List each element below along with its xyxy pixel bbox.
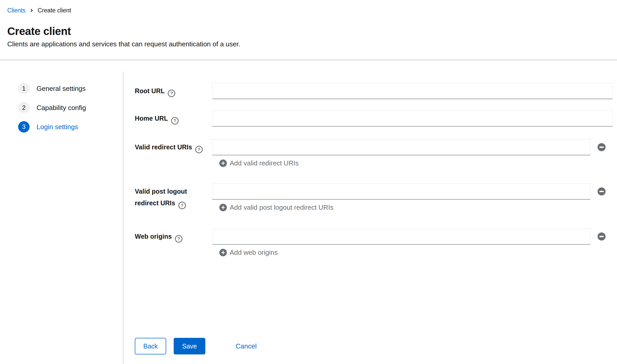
form-row-root-url: Root URL? — [135, 83, 613, 99]
step-label: Capability config — [37, 104, 86, 112]
help-icon[interactable]: ? — [195, 146, 203, 153]
wizard-step-capability-config[interactable]: 2 Capability config — [18, 102, 123, 113]
home-url-label: Home URL? — [135, 110, 212, 125]
help-icon[interactable]: ? — [168, 90, 175, 97]
valid-redirect-uris-label: Valid redirect URIs? — [135, 139, 212, 153]
home-url-label-text: Home URL — [135, 115, 168, 122]
root-url-control — [212, 83, 613, 99]
breadcrumb-link-clients[interactable]: Clients — [7, 7, 25, 14]
web-origins-control: + Add web origins — [212, 228, 613, 257]
add-valid-redirect-uris-link[interactable]: + Add valid redirect URIs — [219, 159, 613, 167]
add-web-origins-link[interactable]: + Add web origins — [219, 249, 613, 257]
form-row-valid-redirect-uris: Valid redirect URIs? + Add valid redirec… — [135, 139, 613, 167]
page-subtitle: Clients are applications and services th… — [7, 40, 610, 48]
plus-circle-icon: + — [219, 159, 227, 167]
breadcrumb: Clients Create client — [7, 6, 610, 14]
form-row-valid-post-logout-redirect-uris: Valid post logout redirect URIs? + Add v… — [135, 183, 613, 212]
valid-post-logout-redirect-uris-row — [212, 183, 613, 200]
help-icon[interactable]: ? — [171, 117, 179, 125]
root-url-label-text: Root URL — [135, 87, 165, 94]
minus-icon — [599, 191, 604, 192]
add-valid-post-logout-redirect-uris-link[interactable]: + Add valid post logout redirect URIs — [219, 203, 613, 212]
plus-circle-icon: + — [219, 249, 227, 256]
wizard-step-general-settings[interactable]: 1 General settings — [18, 83, 123, 94]
web-origins-label: Web origins? — [135, 228, 212, 243]
chevron-right-icon — [30, 8, 33, 13]
valid-post-logout-redirect-uris-label: Valid post logout redirect URIs? — [135, 183, 212, 209]
page-title: Create client — [7, 26, 610, 37]
root-url-label: Root URL? — [135, 83, 212, 97]
form-row-home-url: Home URL? — [135, 110, 613, 127]
add-valid-post-logout-redirect-uris-label: Add valid post logout redirect URIs — [230, 203, 333, 212]
back-button[interactable]: Back — [135, 338, 166, 354]
cancel-button[interactable]: Cancel — [236, 342, 257, 350]
help-icon[interactable]: ? — [178, 202, 186, 209]
save-button[interactable]: Save — [174, 338, 205, 354]
valid-redirect-uris-row — [212, 139, 613, 155]
step-number-badge: 1 — [18, 83, 30, 94]
remove-valid-redirect-uri-button[interactable] — [598, 143, 606, 151]
form-row-web-origins: Web origins? + Add web origins — [135, 228, 613, 257]
valid-redirect-uris-label-text: Valid redirect URIs — [135, 143, 192, 151]
breadcrumb-current: Create client — [38, 7, 71, 14]
main-content: 1 General settings 2 Capability config 3… — [0, 71, 617, 364]
web-origins-row — [212, 228, 613, 245]
remove-valid-post-logout-redirect-uri-button[interactable] — [598, 187, 606, 195]
login-settings-form: Root URL? Home URL? Valid redirect URIs? — [123, 71, 617, 364]
web-origins-input[interactable] — [212, 228, 591, 245]
minus-icon — [599, 147, 604, 148]
root-url-input[interactable] — [212, 83, 613, 99]
wizard-nav: 1 General settings 2 Capability config 3… — [0, 71, 123, 364]
step-label: General settings — [37, 85, 86, 93]
remove-web-origin-button[interactable] — [598, 232, 606, 241]
web-origins-label-text: Web origins — [135, 233, 172, 240]
valid-post-logout-redirect-uris-input[interactable] — [212, 183, 591, 200]
plus-circle-icon: + — [219, 204, 227, 211]
add-valid-redirect-uris-label: Add valid redirect URIs — [230, 159, 299, 167]
minus-icon — [599, 236, 604, 237]
page-header: Clients Create client Create client Clie… — [0, 0, 617, 60]
wizard-step-login-settings[interactable]: 3 Login settings — [18, 121, 123, 133]
add-web-origins-label: Add web origins — [230, 249, 278, 257]
form-action-group: Back Save Cancel — [135, 338, 613, 354]
step-number-badge: 2 — [18, 102, 30, 113]
valid-redirect-uris-input[interactable] — [212, 139, 591, 155]
home-url-input[interactable] — [212, 110, 613, 127]
home-url-control — [212, 110, 613, 127]
valid-post-logout-redirect-uris-control: + Add valid post logout redirect URIs — [212, 183, 613, 212]
step-number-badge: 3 — [18, 121, 30, 133]
step-label: Login settings — [37, 123, 78, 131]
help-icon[interactable]: ? — [175, 235, 183, 243]
valid-redirect-uris-control: + Add valid redirect URIs — [212, 139, 613, 167]
